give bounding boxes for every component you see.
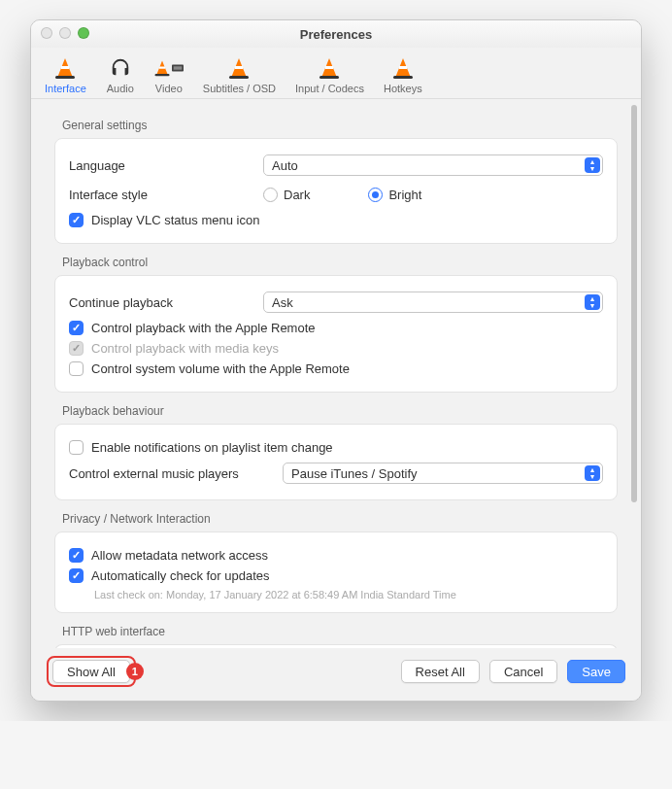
section-title-playback-behaviour: Playback behaviour <box>62 404 618 418</box>
continue-playback-select[interactable]: Ask ▴▾ <box>263 292 603 313</box>
tab-audio[interactable]: Audio <box>98 51 143 98</box>
group-playback-behaviour: Enable notifications on playlist item ch… <box>54 424 618 500</box>
annotation-badge: 1 <box>126 663 144 680</box>
headphones-icon <box>106 55 135 81</box>
checkbox-on-icon <box>69 321 84 335</box>
maximize-icon[interactable] <box>78 27 89 39</box>
reset-all-button[interactable]: Reset All <box>401 660 480 683</box>
hotkeys-icon <box>388 55 418 81</box>
external-players-label: Control external music players <box>69 466 283 481</box>
close-icon[interactable] <box>41 27 52 39</box>
show-all-highlight: Show All 1 <box>47 656 136 687</box>
group-playback-control: Continue playback Ask ▴▾ Control playbac… <box>54 275 618 393</box>
preferences-window: Preferences Interface Audio Video Subtit… <box>30 19 642 702</box>
show-all-label: Show All <box>67 665 116 679</box>
updates-label: Automatically check for updates <box>91 568 270 583</box>
checkbox-status-icon[interactable]: Display VLC status menu icon <box>69 213 603 227</box>
radio-bright-label: Bright <box>388 188 421 202</box>
show-all-button[interactable]: Show All <box>52 660 130 683</box>
toolbar: Interface Audio Video Subtitles / OSD In… <box>31 48 641 99</box>
video-icon <box>154 55 184 81</box>
cone-icon <box>50 55 80 81</box>
language-label: Language <box>69 158 263 173</box>
input-codecs-icon <box>315 55 344 81</box>
content-area: General settings Language Auto ▴▾ Interf… <box>31 99 641 648</box>
radio-dark-label: Dark <box>284 188 310 202</box>
group-privacy: Allow metadata network access Automatica… <box>54 532 618 613</box>
checkbox-off-icon <box>69 440 84 455</box>
updates-last-check: Last check on: Monday, 17 January 2022 a… <box>94 589 603 600</box>
tab-label: Hotkeys <box>384 83 422 94</box>
external-players-select[interactable]: Pause iTunes / Spotify ▴▾ <box>283 463 603 484</box>
tab-label: Audio <box>107 83 134 94</box>
scrollbar-thumb[interactable] <box>631 105 637 502</box>
notifications-label: Enable notifications on playlist item ch… <box>91 440 333 455</box>
section-title-http: HTTP web interface <box>62 625 618 638</box>
tab-hotkeys[interactable]: Hotkeys <box>376 51 430 98</box>
chevron-updown-icon: ▴▾ <box>585 294 600 310</box>
svg-rect-1 <box>174 66 183 69</box>
group-http: Enable HTTP web interface Password <box>54 644 618 648</box>
checkbox-media-keys: Control playback with media keys <box>69 341 603 356</box>
subtitles-icon <box>224 55 253 81</box>
radio-dark[interactable]: Dark <box>263 188 310 202</box>
radio-bright[interactable]: Bright <box>368 188 421 202</box>
chevron-updown-icon: ▴▾ <box>585 465 600 481</box>
tab-interface[interactable]: Interface <box>37 51 94 98</box>
tab-input-codecs[interactable]: Input / Codecs <box>287 51 372 98</box>
tab-label: Interface <box>45 83 86 94</box>
reset-all-label: Reset All <box>416 665 465 679</box>
tab-label: Subtitles / OSD <box>203 83 276 94</box>
metadata-label: Allow metadata network access <box>91 548 268 563</box>
window-title: Preferences <box>300 27 372 42</box>
external-players-value: Pause iTunes / Spotify <box>291 466 418 481</box>
checkbox-on-icon <box>69 213 84 227</box>
scroll-view[interactable]: General settings Language Auto ▴▾ Interf… <box>31 99 641 648</box>
cancel-button[interactable]: Cancel <box>489 660 557 683</box>
language-select[interactable]: Auto ▴▾ <box>263 154 603 176</box>
checkbox-metadata[interactable]: Allow metadata network access <box>69 548 603 563</box>
continue-playback-label: Continue playback <box>69 295 263 310</box>
chevron-updown-icon: ▴▾ <box>585 157 600 173</box>
section-title-playback-control: Playback control <box>62 256 618 269</box>
cancel-label: Cancel <box>504 665 543 679</box>
checkbox-system-volume[interactable]: Control system volume with the Apple Rem… <box>69 361 603 376</box>
checkbox-apple-remote[interactable]: Control playback with the Apple Remote <box>69 321 603 335</box>
checkbox-off-icon <box>69 361 84 376</box>
scrollbar[interactable] <box>631 105 637 642</box>
save-label: Save <box>582 665 611 679</box>
section-title-general: General settings <box>62 119 618 132</box>
footer: Show All 1 Reset All Cancel Save <box>31 648 641 701</box>
checkbox-on-icon <box>69 568 84 583</box>
continue-playback-value: Ask <box>272 295 293 310</box>
radio-on-icon <box>368 188 383 202</box>
radio-off-icon <box>263 188 278 202</box>
group-general: Language Auto ▴▾ Interface style Dark <box>54 138 618 244</box>
apple-remote-label: Control playback with the Apple Remote <box>91 321 316 335</box>
language-value: Auto <box>272 158 298 173</box>
save-button[interactable]: Save <box>567 660 625 683</box>
media-keys-label: Control playback with media keys <box>91 341 279 356</box>
status-icon-label: Display VLC status menu icon <box>91 213 259 227</box>
checkbox-on-icon <box>69 548 84 563</box>
tab-label: Input / Codecs <box>295 83 364 94</box>
tab-subtitles[interactable]: Subtitles / OSD <box>195 51 284 98</box>
system-volume-label: Control system volume with the Apple Rem… <box>91 361 350 376</box>
minimize-icon[interactable] <box>59 27 71 39</box>
interface-style-label: Interface style <box>69 188 263 202</box>
checkbox-notifications[interactable]: Enable notifications on playlist item ch… <box>69 440 603 455</box>
tab-video[interactable]: Video <box>147 51 191 98</box>
titlebar: Preferences <box>31 20 641 48</box>
tab-label: Video <box>155 83 183 94</box>
checkbox-updates[interactable]: Automatically check for updates <box>69 568 603 583</box>
traffic-lights <box>41 27 89 39</box>
checkbox-disabled-icon <box>69 341 84 356</box>
section-title-privacy: Privacy / Network Interaction <box>62 512 618 526</box>
